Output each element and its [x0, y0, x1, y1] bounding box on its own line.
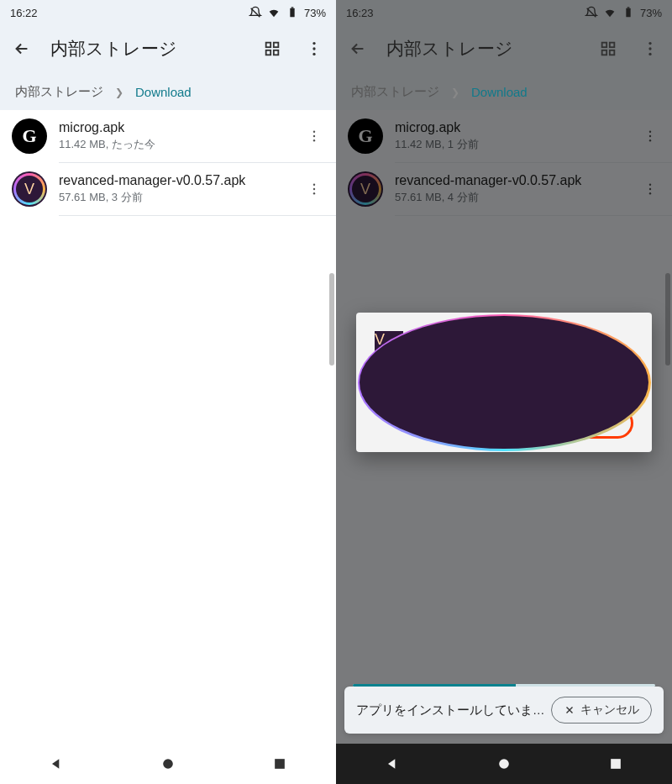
svg-point-32 — [499, 759, 509, 769]
arrow-left-icon — [13, 39, 31, 58]
svg-rect-0 — [290, 8, 294, 18]
file-meta: 57.61 MB, 3 分前 — [59, 190, 289, 205]
svg-rect-1 — [291, 7, 294, 8]
nav-back-button[interactable] — [384, 755, 401, 772]
svg-rect-5 — [274, 50, 279, 55]
arrow-left-icon — [349, 39, 367, 58]
more-vert-icon — [641, 39, 659, 58]
svg-rect-16 — [275, 759, 285, 769]
svg-point-8 — [312, 53, 315, 55]
file-name: microg.apk — [59, 120, 289, 135]
chevron-right-icon: ❯ — [451, 87, 459, 98]
file-overflow-button[interactable] — [301, 182, 328, 197]
view-grid-button[interactable] — [595, 35, 622, 62]
svg-point-15 — [163, 759, 173, 769]
snackbar-cancel-button[interactable]: キャンセル — [551, 697, 652, 723]
svg-rect-18 — [627, 7, 630, 8]
close-icon — [564, 704, 575, 716]
back-button[interactable] — [8, 35, 35, 62]
install-snackbar: アプリをインストールしていま… キャンセル — [344, 687, 664, 734]
more-vert-icon — [307, 182, 322, 197]
file-overflow-button[interactable] — [301, 129, 328, 144]
nav-bar — [0, 744, 336, 784]
status-time: 16:23 — [346, 7, 374, 19]
scroll-handle[interactable] — [329, 273, 334, 366]
back-button[interactable] — [344, 35, 371, 62]
nav-home-button[interactable] — [496, 755, 512, 772]
svg-point-14 — [313, 192, 315, 194]
page-title: 内部ストレージ — [50, 37, 244, 61]
nav-recents-button[interactable] — [607, 755, 624, 772]
svg-point-24 — [648, 47, 651, 50]
divider — [59, 215, 336, 216]
svg-rect-4 — [266, 50, 271, 55]
triangle-left-icon — [48, 755, 65, 772]
svg-point-10 — [313, 135, 315, 137]
nav-home-button[interactable] — [160, 755, 176, 772]
breadcrumb-root[interactable]: 内部ストレージ — [351, 84, 439, 100]
more-vert-icon — [307, 129, 322, 144]
wifi-icon — [603, 6, 617, 19]
breadcrumb: 内部ストレージ ❯ Download — [0, 72, 336, 110]
circle-icon — [496, 755, 512, 772]
svg-rect-2 — [266, 43, 271, 48]
svg-point-7 — [312, 47, 315, 50]
snackbar-cancel-label: キャンセル — [580, 702, 639, 718]
file-name: revanced-manager-v0.0.57.apk — [59, 173, 289, 188]
snackbar-message: アプリをインストールしていま… — [356, 702, 545, 718]
svg-point-9 — [313, 131, 315, 133]
svg-point-12 — [313, 184, 315, 186]
dnd-icon — [249, 6, 262, 19]
svg-point-11 — [313, 139, 315, 141]
progress-bar — [353, 684, 655, 687]
wifi-icon — [267, 6, 281, 19]
install-dialog: V ReVanced Manager このアプリをインストールしますか？ キャン… — [356, 313, 652, 452]
svg-point-25 — [648, 53, 651, 55]
overflow-button[interactable] — [637, 35, 664, 62]
svg-point-6 — [312, 42, 315, 45]
file-meta: 11.42 MB, たった今 — [59, 137, 289, 152]
breadcrumb-current[interactable]: Download — [135, 85, 192, 99]
triangle-left-icon — [384, 755, 401, 772]
battery-icon — [286, 6, 299, 19]
svg-point-23 — [648, 42, 651, 45]
app-bar: 内部ストレージ — [336, 25, 672, 72]
svg-rect-17 — [626, 8, 630, 18]
app-icon-microg: G — [12, 118, 47, 154]
app-icon-revanced: V — [375, 331, 403, 360]
svg-rect-19 — [602, 43, 607, 48]
square-icon — [607, 755, 624, 772]
battery-percent: 73% — [640, 7, 662, 19]
status-time: 16:22 — [10, 7, 38, 19]
svg-point-13 — [313, 188, 315, 190]
breadcrumb-current[interactable]: Download — [471, 85, 528, 99]
file-list: G microg.apk 11.42 MB, たった今 V revanced-m… — [0, 110, 336, 784]
breadcrumb: 内部ストレージ ❯ Download — [336, 72, 672, 110]
square-icon — [271, 755, 288, 772]
app-icon-revanced: V — [12, 171, 47, 207]
more-vert-icon — [305, 39, 323, 58]
battery-percent: 73% — [304, 7, 326, 19]
dnd-icon — [585, 6, 598, 19]
nav-recents-button[interactable] — [271, 755, 288, 772]
chevron-right-icon: ❯ — [115, 87, 123, 98]
status-bar: 16:22 73% — [0, 0, 336, 25]
svg-rect-21 — [602, 50, 607, 55]
app-bar: 内部ストレージ — [0, 25, 336, 72]
svg-rect-22 — [610, 50, 615, 55]
svg-rect-20 — [610, 43, 615, 48]
circle-icon — [160, 755, 176, 772]
status-bar: 16:23 73% — [336, 0, 672, 25]
overflow-button[interactable] — [301, 35, 328, 62]
svg-rect-3 — [274, 43, 279, 48]
file-row[interactable]: V revanced-manager-v0.0.57.apk 57.61 MB,… — [0, 163, 336, 215]
scroll-handle[interactable] — [665, 273, 670, 366]
file-row[interactable]: G microg.apk 11.42 MB, たった今 — [0, 110, 336, 162]
grid-icon — [263, 39, 281, 58]
breadcrumb-root[interactable]: 内部ストレージ — [15, 84, 103, 100]
nav-back-button[interactable] — [48, 755, 65, 772]
nav-bar — [336, 744, 672, 784]
grid-icon — [599, 39, 617, 58]
page-title: 内部ストレージ — [386, 37, 580, 61]
view-grid-button[interactable] — [259, 35, 286, 62]
